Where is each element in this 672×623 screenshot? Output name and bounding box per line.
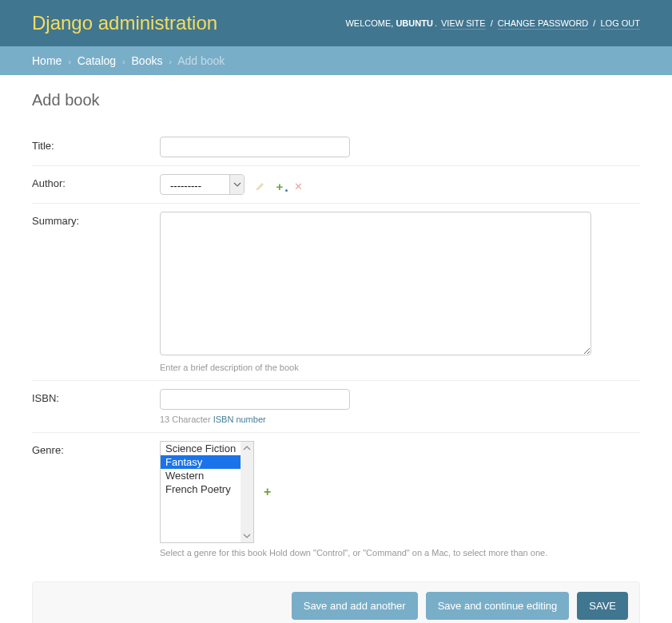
breadcrumb: Home › Catalog › Books › Add book (0, 46, 672, 75)
save-continue-button[interactable]: Save and continue editing (426, 592, 570, 620)
title-label: Title: (32, 137, 160, 152)
field-row-genre: Genre: Science FictionFantasyWesternFren… (32, 433, 640, 565)
scroll-up-icon (243, 444, 251, 452)
change-password-link[interactable]: CHANGE PASSWORD (498, 18, 588, 30)
page-title: Add book (32, 91, 640, 109)
breadcrumb-books[interactable]: Books (132, 54, 163, 67)
isbn-help-link[interactable]: ISBN number (213, 415, 266, 424)
add-genre-icon[interactable]: + (264, 485, 271, 499)
title-input[interactable] (160, 137, 350, 157)
user-tools: WELCOME, UBUNTU. VIEW SITE / CHANGE PASS… (345, 18, 640, 28)
submit-row: Save and add another Save and continue e… (32, 581, 640, 623)
field-row-summary: Summary: Enter a brief description of th… (32, 204, 640, 381)
log-out-link[interactable]: LOG OUT (600, 18, 640, 30)
field-row-title: Title: (32, 129, 640, 166)
isbn-label: ISBN: (32, 389, 160, 404)
breadcrumb-catalog[interactable]: Catalog (78, 54, 116, 67)
author-select[interactable]: --------- (160, 174, 245, 195)
summary-textarea[interactable] (160, 212, 591, 355)
pencil-icon[interactable] (254, 180, 267, 192)
delete-icon[interactable]: ✕ (292, 180, 305, 192)
scroll-down-icon (243, 532, 251, 540)
genre-option[interactable]: Science Fiction (161, 442, 241, 455)
field-row-isbn: ISBN: 13 Character ISBN number (32, 381, 640, 433)
content: Add book Title: Author: --------- + (0, 75, 672, 623)
summary-help: Enter a brief description of the book (160, 363, 640, 372)
author-label: Author: (32, 174, 160, 189)
isbn-input[interactable] (160, 389, 350, 410)
plus-icon[interactable]: + (273, 180, 286, 192)
admin-header: Django administration WELCOME, UBUNTU. V… (0, 0, 672, 46)
welcome-text: WELCOME, (345, 18, 396, 28)
genre-option[interactable]: French Poetry (161, 482, 241, 496)
site-title: Django administration (32, 12, 217, 34)
genre-multiselect[interactable]: Science FictionFantasyWesternFrench Poet… (160, 441, 254, 543)
isbn-help: 13 Character ISBN number (160, 415, 640, 424)
breadcrumb-home[interactable]: Home (32, 54, 62, 67)
scrollbar[interactable] (241, 442, 253, 542)
genre-help: Select a genre for this book Hold down "… (160, 548, 640, 558)
username: UBUNTU (396, 18, 432, 28)
genre-label: Genre: (32, 441, 160, 456)
genre-option[interactable]: Western (161, 469, 241, 482)
save-button[interactable]: SAVE (577, 592, 628, 620)
view-site-link[interactable]: VIEW SITE (441, 18, 486, 30)
summary-label: Summary: (32, 212, 160, 227)
breadcrumb-current: Add book (177, 54, 225, 67)
save-add-another-button[interactable]: Save and add another (292, 592, 418, 620)
genre-option[interactable]: Fantasy (161, 455, 241, 469)
field-row-author: Author: --------- + ✕ (32, 166, 640, 204)
